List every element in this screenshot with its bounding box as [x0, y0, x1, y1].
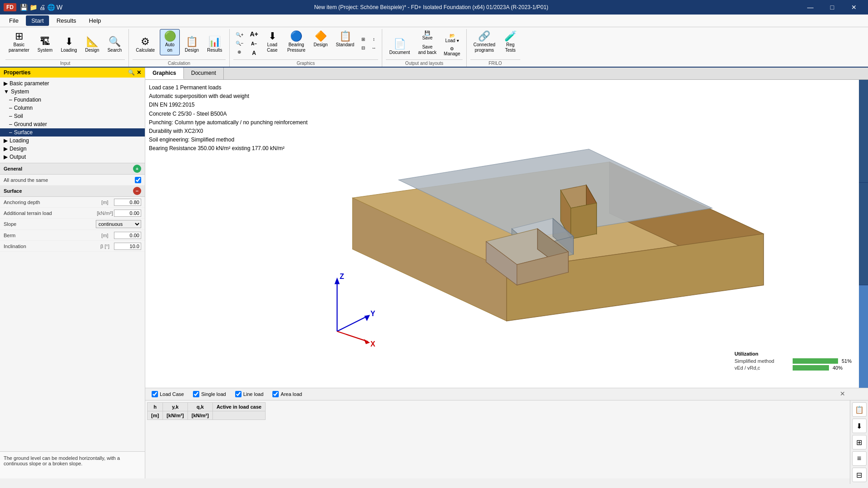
area-load-checkbox[interactable]	[272, 391, 279, 397]
tree-column[interactable]: – Column	[0, 104, 145, 112]
strip-1[interactable]	[859, 80, 868, 183]
util-pct-1: 51%	[842, 358, 855, 364]
ribbon-btn-search[interactable]: 🔍 Search	[104, 34, 125, 55]
ribbon-btn-grid1[interactable]: ⊞	[359, 35, 367, 43]
ribbon-btn-reg-tests[interactable]: 🧪 RegTests	[500, 29, 520, 55]
strip-3[interactable]	[859, 285, 868, 388]
basic-label: Basicparameter	[9, 42, 30, 53]
tree-surface[interactable]: – Surface	[0, 128, 145, 137]
load-tab-case[interactable]: Load Case	[149, 390, 187, 398]
properties-search-btn[interactable]: 🔍	[128, 69, 135, 76]
tree-foundation[interactable]: – Foundation	[0, 96, 145, 104]
menu-results[interactable]: Results	[51, 15, 81, 26]
general-add-btn[interactable]: +	[133, 165, 141, 173]
berm-input[interactable]	[114, 232, 141, 239]
ribbon-btn-auto[interactable]: 🟢 Autoon	[160, 29, 180, 55]
data-table: h y,k q,k Active in load case [m] [kN/m²…	[147, 402, 266, 420]
ribbon-btn-save-back[interactable]: Saveand back	[415, 42, 440, 58]
tree-expand-system: ▼	[4, 88, 9, 95]
ribbon-btn-calculate[interactable]: ⚙ Calculate	[133, 34, 158, 55]
tree-ground-water[interactable]: – Ground water	[0, 120, 145, 128]
close-button[interactable]: ✕	[843, 0, 864, 15]
maximize-button[interactable]: □	[822, 0, 843, 15]
ribbon-btn-zoom-all[interactable]: ⊕	[233, 48, 246, 56]
tree-basic-parameter[interactable]: ▶ Basic parameter	[0, 79, 145, 88]
basic-icon: ⊞	[15, 31, 23, 41]
tree-loading[interactable]: ▶ Loading	[0, 137, 145, 145]
inclination-input[interactable]	[114, 243, 141, 250]
ribbon-btn-design[interactable]: 📐 Design	[82, 34, 103, 55]
ribbon-btn-manage[interactable]: ⚙ Manage	[442, 45, 463, 58]
menu-start[interactable]: Start	[26, 15, 49, 26]
util-bar-1	[793, 358, 838, 364]
design-calc-label: Design	[185, 48, 199, 53]
tree-label-foundation: Foundation	[14, 97, 41, 103]
ribbon-btn-view1[interactable]: ↕	[369, 35, 378, 43]
ribbon-btn-load-case[interactable]: ⬇ LoadCase	[262, 29, 282, 55]
bottom-close-btn[interactable]: ✕	[840, 390, 845, 397]
ribbon-btn-save[interactable]: 💾 Save	[415, 29, 440, 42]
minimize-button[interactable]: —	[800, 0, 821, 15]
ribbon-btn-basic[interactable]: ⊞ Basicparameter	[5, 29, 33, 55]
util-row-2: vEd / vRd,c 40%	[735, 365, 855, 371]
save-icon: 💾	[424, 30, 430, 35]
load-tab-area[interactable]: Area load	[270, 390, 305, 398]
single-load-checkbox[interactable]	[193, 391, 199, 397]
ribbon-btn-design-g[interactable]: 🔶 Design	[311, 29, 331, 50]
system-icon: 🏗	[40, 37, 50, 47]
ribbon-btn-results[interactable]: 📊 Results	[204, 34, 225, 55]
strip-2[interactable]	[859, 183, 868, 286]
terrain-load-input[interactable]	[114, 210, 141, 217]
ribbon-btn-connected[interactable]: 🔗 Connectedprograms	[470, 29, 498, 55]
ribbon-btn-zoom-out[interactable]: 🔍−	[233, 39, 246, 47]
font-reset-icon: A	[252, 50, 256, 56]
design-g-icon: 🔶	[315, 31, 327, 41]
left-panel: Properties 🔍 ✕ ▶ Basic parameter ▼ Syste…	[0, 68, 145, 478]
col-qk-header: q,k	[188, 403, 213, 411]
tree-output[interactable]: ▶ Output	[0, 153, 145, 161]
ribbon-btn-view2[interactable]: ↔	[369, 44, 378, 52]
sidebar-icon-4[interactable]: ≡	[852, 451, 867, 466]
line-load-checkbox[interactable]	[235, 391, 242, 397]
load-tab-line[interactable]: Line load	[232, 390, 266, 398]
ribbon-btn-font-down[interactable]: A−	[247, 40, 260, 48]
ribbon-btn-standard[interactable]: 📋 Standard	[333, 29, 358, 50]
menu-help[interactable]: Help	[84, 15, 107, 26]
util-pct-2: 40%	[833, 365, 846, 371]
ribbon-btn-bearing-pressure[interactable]: 🔵 BearingPressure	[284, 29, 309, 55]
all-around-label: All around the same	[4, 177, 135, 183]
grid1-icon: ⊞	[361, 37, 365, 42]
slope-dropdown[interactable]: continuous horizontal broken	[96, 220, 141, 228]
anchoring-depth-input[interactable]	[114, 199, 141, 206]
all-around-checkbox[interactable]	[135, 177, 141, 183]
terrain-load-unit: [kN/m²]	[96, 210, 114, 216]
load-case-checkbox[interactable]	[152, 391, 158, 397]
ribbon-btn-design-calc[interactable]: 📋 Design	[182, 34, 202, 55]
load-tab-single[interactable]: Single load	[190, 390, 228, 398]
ribbon-btn-zoom-in[interactable]: 🔍+	[233, 31, 246, 39]
tree-label-groundwater: Ground water	[14, 121, 47, 127]
ribbon-btn-grid2[interactable]: ⊟	[359, 44, 367, 52]
ribbon-group-graphics: 🔍+ 🔍− ⊕ A+ A−	[230, 29, 383, 67]
tree-soil[interactable]: – Soil	[0, 112, 145, 120]
sidebar-icon-3[interactable]: ⊞	[852, 435, 867, 449]
sidebar-icon-1[interactable]: 📋	[852, 402, 867, 417]
tree-system[interactable]: ▼ System	[0, 88, 145, 96]
ribbon-btn-load[interactable]: 📂 Load ▾	[442, 32, 463, 44]
ribbon-btn-font-reset[interactable]: A	[247, 49, 260, 58]
properties-settings-btn[interactable]: ✕	[137, 69, 141, 76]
tab-graphics[interactable]: Graphics	[145, 68, 184, 79]
design-g-label: Design	[314, 42, 328, 48]
sidebar-icon-5[interactable]: ⊟	[852, 468, 867, 482]
ribbon-btn-loading[interactable]: ⬇ Loading	[58, 34, 80, 55]
tab-document[interactable]: Document	[184, 68, 224, 79]
ribbon-btn-font-up[interactable]: A+	[247, 29, 260, 39]
tree-design[interactable]: ▶ Design	[0, 145, 145, 153]
sidebar-icon-2[interactable]: ⬇	[852, 419, 867, 433]
menu-file[interactable]: File	[4, 15, 24, 26]
surface-remove-btn[interactable]: −	[133, 187, 141, 195]
ribbon-btn-system[interactable]: 🏗 System	[35, 34, 56, 55]
ribbon-btn-document[interactable]: 📄 Document	[386, 37, 413, 58]
col-qk-unit: [kN/m²]	[188, 411, 213, 420]
bearing-pressure-icon: 🔵	[290, 31, 302, 41]
